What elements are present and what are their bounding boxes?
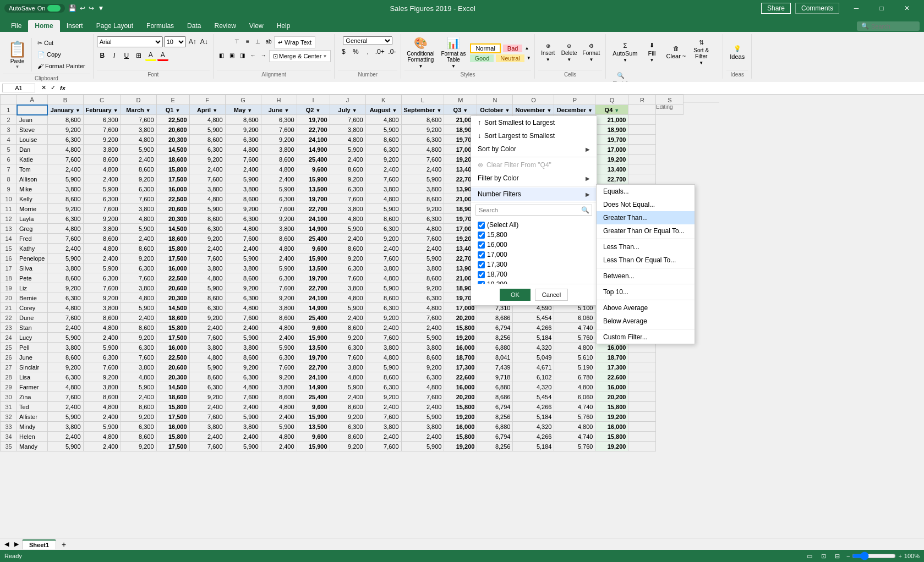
cell-8-15[interactable]: 22,700 [595, 174, 628, 184]
cell-29-11[interactable]: 16,000 [444, 382, 477, 392]
cell-5-4[interactable]: 6,300 [189, 145, 225, 155]
cell-2-0[interactable]: 8,600 [47, 115, 83, 125]
cell-19-3[interactable]: 20,600 [156, 283, 189, 293]
cell-8-0[interactable]: 5,900 [47, 174, 83, 184]
cell-27-1[interactable]: 7,600 [83, 362, 121, 372]
scroll-sheets-left[interactable]: ◀ [2, 541, 11, 548]
format-cell-button[interactable]: ⚙ Format ▼ [581, 37, 603, 68]
autosum-arrow[interactable]: ▼ [623, 58, 627, 63]
tab-formulas[interactable]: Formulas [140, 20, 181, 32]
cell-35-2[interactable]: 9,200 [121, 442, 156, 451]
col-header-m[interactable]: M [444, 95, 477, 105]
cell-13-10[interactable]: 4,800 [401, 224, 444, 234]
cell-22-10[interactable]: 7,600 [401, 313, 444, 323]
cell-34-15[interactable]: 15,800 [595, 432, 628, 442]
cell-27-13[interactable]: 4,671 [513, 362, 554, 372]
cell-10-8[interactable]: 7,600 [330, 194, 365, 204]
cut-button[interactable]: ✂ Cut [35, 37, 88, 48]
cell-22-13[interactable]: 5,454 [513, 313, 554, 323]
cell-8-2[interactable]: 9,200 [121, 174, 156, 184]
cell-25-6[interactable]: 5,900 [261, 343, 297, 352]
cell-12-7[interactable]: 24,100 [297, 214, 330, 224]
cell-4-5[interactable]: 6,300 [225, 135, 261, 145]
cell-16-9[interactable]: 7,600 [365, 254, 401, 263]
cell-29-7[interactable]: 14,900 [297, 382, 330, 392]
align-middle-button[interactable]: ≡ [243, 36, 253, 46]
cell-23-8[interactable]: 8,600 [330, 323, 365, 333]
cell-2-5[interactable]: 8,600 [225, 115, 261, 125]
cell-10-6[interactable]: 6,300 [261, 194, 297, 204]
cell-24-5[interactable]: 5,900 [225, 333, 261, 343]
cell-7-2[interactable]: 8,600 [121, 164, 156, 174]
cell-19-8[interactable]: 3,800 [330, 283, 365, 293]
zoom-slider[interactable] [852, 552, 896, 560]
italic-button[interactable]: I [109, 50, 120, 61]
cell-19-2[interactable]: 3,800 [121, 283, 156, 293]
name-cell-31[interactable]: Ted [17, 402, 48, 412]
insert-button[interactable]: ⊕ Insert ▼ [538, 37, 558, 68]
name-cell-15[interactable]: Kathy [17, 244, 48, 254]
cell-27-9[interactable]: 5,900 [365, 362, 401, 372]
tab-file[interactable]: File [4, 20, 28, 32]
cell-16-8[interactable]: 9,200 [330, 254, 365, 263]
cell-20-7[interactable]: 24,100 [297, 293, 330, 303]
cell-35-9[interactable]: 7,600 [365, 442, 401, 451]
cell-26-12[interactable]: 8,041 [477, 352, 513, 362]
wrap-text-button[interactable]: ↵ Wrap Text [274, 36, 315, 48]
cell-21-5[interactable]: 4,800 [225, 303, 261, 313]
cell-17-4[interactable]: 3,800 [189, 263, 225, 273]
cell-11-7[interactable]: 22,700 [297, 204, 330, 214]
cell-9-7[interactable]: 13,500 [297, 184, 330, 194]
cell-4-1[interactable]: 9,200 [83, 135, 121, 145]
cell-33-6[interactable]: 5,900 [261, 422, 297, 432]
cell-o1[interactable]: November ▼ [513, 105, 554, 115]
cell-20-0[interactable]: 6,300 [47, 293, 83, 303]
filter-val-5-check[interactable] [478, 271, 485, 278]
cell-23-12[interactable]: 6,794 [477, 323, 513, 333]
name-cell-10[interactable]: Kelly [17, 194, 48, 204]
cell-33-13[interactable]: 4,320 [513, 422, 554, 432]
cell-4-4[interactable]: 8,600 [189, 135, 225, 145]
cell-4-6[interactable]: 9,200 [261, 135, 297, 145]
cell-s1[interactable] [656, 105, 684, 115]
cell-11-4[interactable]: 5,900 [189, 204, 225, 214]
cell-31-1[interactable]: 4,800 [83, 402, 121, 412]
filter-search-box[interactable]: 🔍 [475, 205, 592, 216]
cell-22-4[interactable]: 9,200 [189, 313, 225, 323]
cell-27-7[interactable]: 22,700 [297, 362, 330, 372]
col-header-s[interactable]: S [656, 95, 684, 105]
sort-filter-arrow[interactable]: ▼ [699, 60, 703, 65]
cell-30-2[interactable]: 2,400 [121, 392, 156, 402]
cell-22-11[interactable]: 20,200 [444, 313, 477, 323]
cell-26-5[interactable]: 8,600 [225, 352, 261, 362]
cell-8-5[interactable]: 5,900 [225, 174, 261, 184]
cell-30-0[interactable]: 7,600 [47, 392, 83, 402]
cell-7-3[interactable]: 15,800 [156, 164, 189, 174]
cell-17-8[interactable]: 6,300 [330, 263, 365, 273]
cell-35-15[interactable]: 19,200 [595, 442, 628, 451]
cell-15-0[interactable]: 2,400 [47, 244, 83, 254]
cell-26-8[interactable]: 7,600 [330, 352, 365, 362]
cell-n1[interactable]: October ▼ [477, 105, 513, 115]
top10-item[interactable]: Top 10... [597, 285, 695, 299]
align-top-button[interactable]: ⊤ [232, 36, 242, 46]
cell-2-4[interactable]: 4,800 [189, 115, 225, 125]
above-average-item[interactable]: Above Average [597, 301, 695, 315]
increase-font-button[interactable]: A↑ [187, 36, 198, 47]
cell-32-6[interactable]: 2,400 [261, 412, 297, 422]
cell-31-11[interactable]: 15,800 [444, 402, 477, 412]
cell-p1[interactable]: December ▼ [554, 105, 595, 115]
cell-10-5[interactable]: 8,600 [225, 194, 261, 204]
cell-29-10[interactable]: 4,800 [401, 382, 444, 392]
greater-than-equal-item[interactable]: Greater Than Or Equal To... [597, 224, 695, 238]
filter-val-2-check[interactable] [478, 241, 485, 249]
cell-7-8[interactable]: 8,600 [330, 164, 365, 174]
cell-8-4[interactable]: 7,600 [189, 174, 225, 184]
cell-m1[interactable]: Q3 ▼ [444, 105, 477, 115]
cell-28-12[interactable]: 9,718 [477, 372, 513, 382]
cell-4-9[interactable]: 8,600 [365, 135, 401, 145]
cell-18-10[interactable]: 8,600 [401, 273, 444, 283]
cell-g1[interactable]: May ▼ [225, 105, 261, 115]
cell-26-14[interactable]: 5,610 [554, 352, 595, 362]
sort-filter-button[interactable]: ⇅ Sort &Filter ▼ [690, 36, 712, 68]
